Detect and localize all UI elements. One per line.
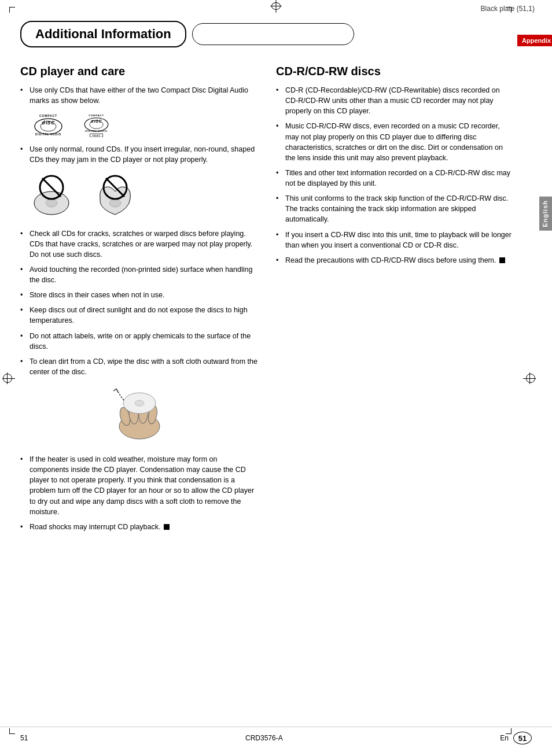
svg-text:DIGITAL AUDIO: DIGITAL AUDIO — [35, 133, 61, 136]
right-column: CD-R/CD-RW discs CD-R (CD-Recordable)/CD… — [276, 65, 514, 537]
no-entry-cd-svg — [30, 171, 76, 220]
english-label: English — [542, 200, 549, 227]
list-item: Read the precautions with CD-R/CD-RW dis… — [276, 255, 514, 265]
footer-model: CRD3576-A — [245, 734, 283, 742]
left-bullet-list-3: Check all CDs for cracks, scratches or w… — [20, 228, 259, 378]
svg-point-17 — [46, 199, 57, 207]
svg-text:COMPACT: COMPACT — [39, 114, 57, 117]
svg-text:d: d — [42, 120, 46, 126]
content: Additional Information CD player and car… — [0, 21, 552, 537]
cd-logo-2: COMPACT d i SC DIGITAL AUDIO TEXT — [78, 113, 115, 137]
svg-point-20 — [109, 199, 121, 207]
disc-images — [30, 171, 259, 220]
corner-mark-tr — [502, 7, 511, 16]
svg-text:DIGITAL AUDIO: DIGITAL AUDIO — [85, 130, 108, 133]
svg-text:COMPACT: COMPACT — [89, 114, 104, 117]
right-bullet-list: CD-R (CD-Recordable)/CD-RW (CD-Rewritabl… — [276, 85, 514, 265]
left-crosshair-circle — [3, 374, 12, 383]
footer-page-box: 51 — [513, 732, 532, 744]
appendix-tab: Appendix — [517, 35, 552, 46]
cleaning-svg — [102, 383, 177, 447]
list-item: If the heater is used in cold weather, m… — [20, 454, 259, 517]
footer-right: En 51 — [500, 732, 532, 744]
corner-mark-tl — [9, 7, 19, 16]
footer-page-number: 51 — [518, 734, 527, 743]
right-section-title: CD-R/CD-RW discs — [276, 65, 514, 78]
svg-text:TEXT: TEXT — [93, 135, 101, 138]
cd-logo-1: COMPACT d i SC DIGITAL AUDIO — [30, 113, 67, 137]
svg-text:d: d — [91, 119, 94, 124]
left-section-title: CD player and care — [20, 65, 259, 78]
list-item: Do not attach labels, write on or apply … — [20, 331, 259, 352]
top-crosshair-circle — [271, 2, 281, 10]
list-item: Titles and other text information record… — [276, 168, 514, 189]
list-item: If you insert a CD-RW disc into this uni… — [276, 230, 514, 250]
two-column-layout: CD player and care Use only CDs that hav… — [20, 65, 532, 537]
footer-en: En — [500, 734, 509, 742]
stop-symbol — [164, 524, 170, 530]
header-oval — [192, 23, 354, 45]
left-bullet-list-4: If the heater is used in cold weather, m… — [20, 454, 259, 532]
list-item: Use only CDs that have either of the two… — [20, 85, 259, 106]
road-shocks-text: Road shocks may interrupt CD playback. — [30, 523, 160, 531]
list-item: Avoid touching the recorded (non-printed… — [20, 264, 259, 285]
list-item: Keep discs out of direct sunlight and do… — [20, 305, 259, 326]
page: Black plate (51,1) Appendix English Addi… — [0, 0, 552, 756]
list-item: CD-R (CD-Recordable)/CD-RW (CD-Rewritabl… — [276, 85, 514, 116]
list-item: To clean dirt from a CD, wipe the disc w… — [20, 356, 259, 377]
left-column: CD player and care Use only CDs that hav… — [20, 65, 259, 537]
svg-text:SC: SC — [47, 120, 55, 126]
footer: 51 CRD3576-A En 51 — [0, 727, 552, 744]
list-item: Use only normal, round CDs. If you inser… — [20, 144, 259, 165]
cd-logos: COMPACT d i SC DIGITAL AUDIO — [30, 113, 259, 137]
left-bullet-list: Use only CDs that have either of the two… — [20, 85, 259, 106]
english-tab: English — [539, 197, 552, 231]
list-item: Store discs in their cases when not in u… — [20, 290, 259, 300]
read-precautions-text: Read the precautions with CD-R/CD-RW dis… — [285, 256, 496, 264]
list-item: Check all CDs for cracks, scratches or w… — [20, 228, 259, 260]
page-title: Additional Information — [20, 21, 186, 47]
list-item: This unit conforms to the track skip fun… — [276, 193, 514, 224]
left-bullet-list-2: Use only normal, round CDs. If you inser… — [20, 144, 259, 165]
list-item: Road shocks may interrupt CD playback. — [20, 522, 259, 532]
svg-point-29 — [135, 400, 144, 406]
appendix-label: Appendix — [522, 37, 551, 44]
heart-cd-svg — [93, 171, 139, 220]
right-crosshair-circle — [526, 374, 535, 383]
list-item: Music CD-R/CD-RW discs, even recorded on… — [276, 121, 514, 163]
svg-text:SC: SC — [95, 119, 102, 124]
stop-symbol-right — [499, 257, 505, 263]
header-section: Additional Information — [20, 21, 532, 47]
cleaning-illustration — [20, 383, 259, 448]
footer-left-page: 51 — [20, 734, 28, 742]
